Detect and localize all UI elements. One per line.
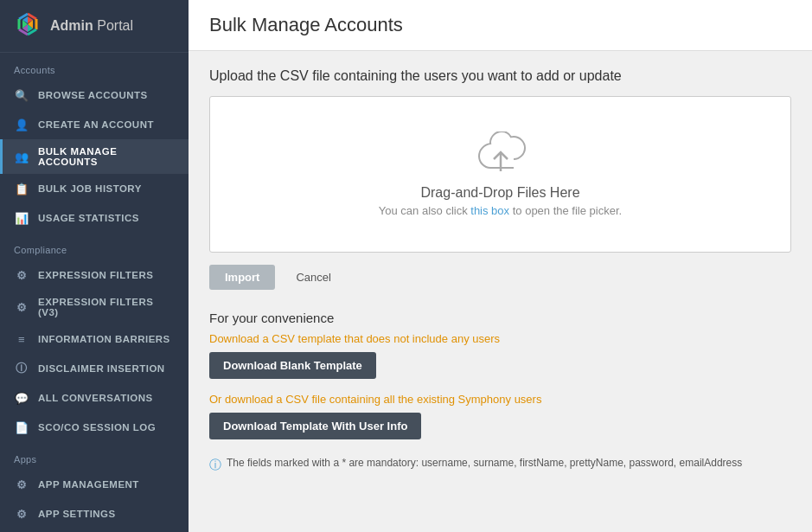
gear-icon: ⚙ xyxy=(14,267,29,283)
clipboard-icon: 📋 xyxy=(14,181,29,196)
sidebar: Admin Portal Accounts 🔍 BROWSE ACCOUNTS … xyxy=(0,0,189,532)
download-userinfo-template-button[interactable]: Download Template With User Info xyxy=(209,413,421,439)
blank-template-desc: Download a CSV template that does not in… xyxy=(209,332,791,345)
main-header: Bulk Manage Accounts xyxy=(189,0,812,51)
sidebar-item-label: BULK MANAGE ACCOUNTS xyxy=(38,146,175,167)
sidebar-compliance-section: Compliance ⚙ EXPRESSION FILTERS ⚙ EXPRES… xyxy=(0,233,189,442)
accounts-section-label: Accounts xyxy=(0,53,189,80)
sidebar-item-label: APP SETTINGS xyxy=(38,509,116,519)
file-picker-link[interactable]: this box xyxy=(470,204,509,217)
convenience-title: For your convenience xyxy=(209,311,791,325)
sidebar-item-label: INFORMATION BARRIERS xyxy=(38,334,170,344)
sidebar-item-label: SCO/CO SESSION LOG xyxy=(38,422,156,433)
sidebar-item-label: DISCLAIMER INSERTION xyxy=(38,363,165,374)
action-buttons: Import Cancel xyxy=(209,265,791,290)
cancel-button[interactable]: Cancel xyxy=(284,265,342,290)
app-logo-icon xyxy=(14,12,42,40)
logo-text: Admin Portal xyxy=(50,18,133,34)
page-title: Bulk Manage Accounts xyxy=(209,14,791,36)
drop-zone-main-text: Drag-and-Drop Files Here xyxy=(420,185,579,201)
mandatory-note-text: The fields marked with a * are mandatory… xyxy=(227,457,742,469)
main-content: Bulk Manage Accounts Upload the CSV file… xyxy=(189,0,812,532)
sidebar-item-bulk-job-history[interactable]: 📋 BULK JOB HISTORY xyxy=(0,174,189,203)
download-blank-template-button[interactable]: Download Blank Template xyxy=(209,352,376,379)
sidebar-item-all-conversations[interactable]: 💬 ALL CONVERSATIONS xyxy=(0,383,189,413)
compliance-section-label: Compliance xyxy=(0,233,189,260)
apps-section-label: Apps xyxy=(0,442,189,470)
document-icon: 📄 xyxy=(14,420,29,435)
sidebar-item-label: BROWSE ACCOUNTS xyxy=(38,90,148,100)
sidebar-item-expression-filters[interactable]: ⚙ EXPRESSION FILTERS xyxy=(0,260,189,290)
settings-icon: ⚙ xyxy=(14,506,29,522)
convenience-section: For your convenience Download a CSV temp… xyxy=(209,311,791,473)
search-icon: 🔍 xyxy=(14,87,29,103)
sidebar-item-information-barriers[interactable]: ≡ INFORMATION BARRIERS xyxy=(0,324,189,354)
sidebar-logo: Admin Portal xyxy=(0,0,189,53)
sidebar-item-label: CREATE AN ACCOUNT xyxy=(38,119,154,130)
cloud-upload-icon xyxy=(475,131,527,175)
sidebar-item-label: BULK JOB HISTORY xyxy=(38,183,142,194)
barrier-icon: ≡ xyxy=(14,331,29,347)
info-icon: ⓘ xyxy=(14,361,29,376)
chat-icon: 💬 xyxy=(14,390,29,406)
mandatory-fields-note: ⓘ The fields marked with a * are mandato… xyxy=(209,457,791,473)
sidebar-item-sco-session-log[interactable]: 📄 SCO/CO SESSION LOG xyxy=(0,413,189,442)
file-drop-zone[interactable]: Drag-and-Drop Files Here You can also cl… xyxy=(209,96,791,253)
sidebar-item-label: EXPRESSION FILTERS (V3) xyxy=(38,297,175,317)
sidebar-item-label: USAGE STATISTICS xyxy=(38,213,139,223)
main-body: Upload the CSV file containing the users… xyxy=(189,51,812,532)
group-icon: 👥 xyxy=(14,149,29,164)
upload-instruction: Upload the CSV file containing the users… xyxy=(209,68,791,84)
sidebar-item-label: EXPRESSION FILTERS xyxy=(38,270,153,280)
userinfo-template-desc: Or download a CSV file containing all th… xyxy=(209,393,791,406)
info-circle-icon: ⓘ xyxy=(209,458,221,473)
chart-icon: 📊 xyxy=(14,210,29,226)
sidebar-accounts-section: Accounts 🔍 BROWSE ACCOUNTS 👤 CREATE AN A… xyxy=(0,53,189,233)
sidebar-item-app-settings[interactable]: ⚙ APP SETTINGS xyxy=(0,499,189,529)
sidebar-item-expression-filters-v3[interactable]: ⚙ EXPRESSION FILTERS (V3) xyxy=(0,290,189,324)
import-button[interactable]: Import xyxy=(209,265,275,290)
sidebar-apps-section: Apps ⚙ APP MANAGEMENT ⚙ APP SETTINGS xyxy=(0,442,189,529)
sidebar-item-disclaimer-insertion[interactable]: ⓘ DISCLAIMER INSERTION xyxy=(0,354,189,383)
sidebar-item-label: APP MANAGEMENT xyxy=(38,479,139,490)
user-icon: 👤 xyxy=(14,117,29,132)
sidebar-item-bulk-manage[interactable]: 👥 BULK MANAGE ACCOUNTS xyxy=(0,139,189,174)
gear-icon: ⚙ xyxy=(14,299,29,315)
sidebar-item-browse-accounts[interactable]: 🔍 BROWSE ACCOUNTS xyxy=(0,80,189,110)
apps-icon: ⚙ xyxy=(14,477,29,492)
sidebar-item-usage-statistics[interactable]: 📊 USAGE STATISTICS xyxy=(0,203,189,233)
sidebar-item-label: ALL CONVERSATIONS xyxy=(38,393,153,403)
sidebar-item-app-management[interactable]: ⚙ APP MANAGEMENT xyxy=(0,470,189,499)
drop-zone-sub-text: You can also click this box to open the … xyxy=(379,204,622,217)
sidebar-item-create-account[interactable]: 👤 CREATE AN ACCOUNT xyxy=(0,110,189,139)
